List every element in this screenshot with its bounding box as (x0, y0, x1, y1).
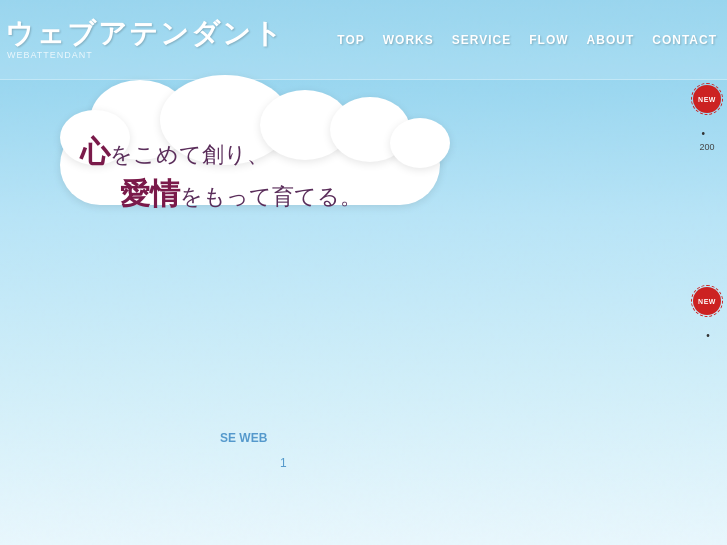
hero-big-char-2: 愛情 (120, 177, 180, 210)
nav-service[interactable]: SERVICE (452, 33, 511, 47)
page-number: 1 (280, 456, 287, 470)
hero-line-1: 心をこめて創り、 (70, 131, 450, 173)
sidebar-bullet-1: • (701, 128, 705, 139)
nav-top[interactable]: TOP (337, 33, 364, 47)
new-badge-1[interactable]: NEW (693, 85, 721, 113)
nav-about[interactable]: ABOUT (587, 33, 635, 47)
logo-japanese: ウェブアテンダント (5, 20, 284, 48)
hero-line-2-suffix: をもって育てる。 (180, 184, 362, 209)
new-badge-2-label: NEW (698, 298, 716, 305)
sidebar-date-1: 200 (699, 142, 714, 152)
hero-big-char-1: 心 (80, 135, 110, 168)
nav-contact[interactable]: CONTACT (652, 33, 717, 47)
main-nav: TOP WORKS SERVICE FLOW ABOUT CONTACT (337, 33, 717, 47)
site-logo[interactable]: ウェブアテンダント WEBATTENDANT (5, 20, 284, 60)
nav-flow[interactable]: FLOW (529, 33, 568, 47)
cloud-text: 心をこめて創り、 愛情をもって育てる。 (70, 131, 450, 215)
logo-roman: WEBATTENDANT (5, 50, 284, 60)
new-badge-2[interactable]: NEW (693, 287, 721, 315)
sidebar-bullet-2: • (706, 330, 710, 341)
sidebar-section-2: • (704, 330, 710, 341)
nav-works[interactable]: WORKS (383, 33, 434, 47)
cloud-hero: 心をこめて創り、 愛情をもって育てる。 (30, 90, 510, 240)
site-header: ウェブアテンダント WEBATTENDANT TOP WORKS SERVICE… (0, 0, 727, 80)
new-badge-1-label: NEW (698, 96, 716, 103)
hero-line-1-suffix: をこめて創り、 (110, 142, 269, 167)
bottom-label: SE WEB (220, 431, 267, 445)
sidebar-section-1: • 200 (699, 128, 714, 152)
main-content: 心をこめて創り、 愛情をもって育てる。 SE WEB 1 NEW • 200 N… (0, 80, 727, 545)
content-area: 心をこめて創り、 愛情をもって育てる。 SE WEB 1 (0, 80, 687, 545)
hero-line-2: 愛情をもって育てる。 (70, 173, 450, 215)
sidebar: NEW • 200 NEW • (687, 80, 727, 545)
